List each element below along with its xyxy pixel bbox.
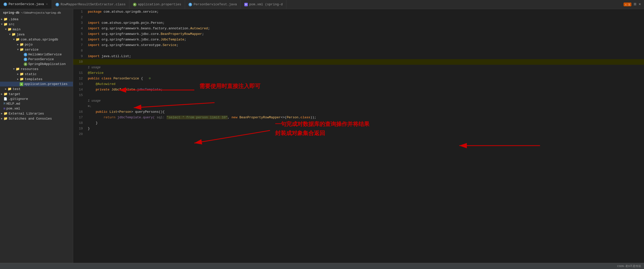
java-file-icon: C (24, 53, 27, 56)
code-table: 1 package com.atshuo.springdb.service; 2… (73, 9, 644, 137)
line-content (86, 93, 644, 98)
tree-item-label: resources (21, 67, 38, 71)
line-number: 2 (73, 15, 86, 20)
sidebar-toggle-button[interactable]: ≡ (633, 2, 636, 7)
tree-item-external-libs[interactable]: ▶ 📁 External Libraries (0, 111, 73, 116)
line-content: public class PersonService { ⊙ (86, 76, 644, 81)
line-number: 4 (73, 26, 86, 31)
line-content: } (86, 120, 644, 126)
line-number: 6 (73, 37, 86, 42)
line-number: 11 (73, 70, 86, 76)
tree-item-label: pom.xml (6, 107, 20, 110)
tree-item-label: PersonService (28, 57, 54, 61)
line-content: 1 usage (86, 65, 644, 70)
tree-item-idea[interactable]: ▶ 📁 .idea (0, 17, 73, 22)
file-icon: M (4, 102, 5, 106)
tree-item-hello-service[interactable]: ▶ C HelloWorldService (0, 52, 73, 57)
tree-arrow-icon: ▶ (0, 93, 4, 96)
tree-item-test[interactable]: ▶ 📁 test (0, 86, 73, 92)
tab-person-service[interactable]: C PersonService.java × (0, 0, 52, 9)
line-number: 3 (73, 20, 86, 26)
warning-badge: ⚠ 1 (624, 3, 632, 6)
tab-bar: C PersonService.java × C RowMapperResult… (0, 0, 644, 9)
folder-icon: 📁 (4, 92, 8, 96)
pom-file-icon: m (244, 3, 248, 6)
tree-item-target[interactable]: ▶ 📁 target (0, 92, 73, 97)
tree-item-label: target (9, 92, 20, 96)
tree-arrow-icon: ▼ (16, 48, 20, 51)
tab-person-test[interactable]: C PersonServiceTest.java (185, 0, 241, 9)
line-content: public List<Person> queryPersons(){ (86, 109, 644, 115)
tree-item-scratches[interactable]: ▶ 📁 Scratches and Consoles (0, 116, 73, 121)
tab-app-props[interactable]: a application.properties (129, 0, 185, 9)
tab-rowmapper[interactable]: C RowMapperResultSetExtractor.class (52, 0, 129, 9)
line-number: 19 (73, 126, 86, 131)
java-file-icon: C (24, 58, 27, 61)
tree-item-label: main (13, 28, 20, 31)
tree-arrow-icon: ▶ (16, 43, 20, 46)
line-content (86, 48, 644, 54)
tree-item-label: test (13, 87, 20, 91)
tree-arrow-icon: ▶ (0, 18, 4, 21)
tree-arrow-icon: ▶ (0, 112, 4, 115)
code-line-5: 5 import org.springframework.jdbc.core.B… (73, 31, 644, 37)
tree-item-com-atshuo[interactable]: ▼ 📁 com.atshuo.springdb (0, 37, 73, 42)
tree-item-label: .gitignore (8, 97, 28, 101)
code-line-7: 7 import org.springframework.stereotype.… (73, 42, 644, 48)
tree-item-label: External Libraries (9, 112, 44, 116)
app-subtitle: ~/IdeaProjects/spring-db (21, 11, 61, 14)
code-line-8: 8 (73, 48, 644, 54)
tree-item-pojo[interactable]: ▶ 📁 pojo (0, 42, 73, 47)
tree-item-main[interactable]: ▼ 📁 main (0, 27, 73, 32)
tree-item-pom-xml[interactable]: ▶ m pom.xml (0, 106, 73, 111)
code-line-2: 2 (73, 15, 644, 20)
code-line-17: 17 return jdbcTemplate.query( sql: "sele… (73, 115, 644, 120)
folder-icon: 📁 (4, 111, 8, 116)
status-bar: CSDN·老D不是传说 (0, 263, 644, 269)
tree-item-java[interactable]: ▼ 📁 java (0, 32, 73, 37)
tree-item-service[interactable]: ▼ 📁 service (0, 47, 73, 52)
tree-arrow-icon: ▼ (4, 28, 8, 31)
tree-item-static[interactable]: ▶ 📁 static (0, 72, 73, 77)
code-line-19: 19 } (73, 126, 644, 131)
editor-wrapper: 1 package com.atshuo.springdb.service; 2… (73, 9, 644, 263)
line-number (73, 104, 86, 109)
line-number: 1 (73, 9, 86, 15)
folder-icon: 📁 (20, 42, 24, 47)
close-editor-button[interactable]: × (638, 2, 641, 7)
folder-icon: 📁 (8, 87, 12, 91)
code-line-12: 12 public class PersonService { ⊙ (73, 76, 644, 81)
folder-icon: 📁 (12, 32, 16, 36)
tab-pom[interactable]: m pom.xml (spring-d (241, 0, 287, 9)
line-content (86, 131, 644, 137)
line-content: import org.springframework.jdbc.core.Bea… (86, 31, 644, 37)
tab-label: PersonService.java (9, 2, 44, 6)
code-area[interactable]: 1 package com.atshuo.springdb.service; 2… (73, 9, 644, 263)
tree-item-spring-app[interactable]: ▶ A SpringDbApplication (0, 62, 73, 66)
folder-icon: 📁 (8, 27, 12, 31)
java-file-icon: C (4, 3, 7, 6)
tree-item-label: HelloWorldService (28, 53, 62, 56)
folder-icon: 📁 (4, 17, 8, 21)
folder-icon: 📁 (20, 72, 24, 76)
tree-item-gitignore[interactable]: ▶ 📄 .gitignore (0, 97, 73, 101)
tab-label: pom.xml (spring-d (249, 3, 283, 6)
status-text: CSDN·老D不是传说 (617, 264, 641, 268)
line-content: import org.springframework.stereotype.Se… (86, 42, 644, 48)
folder-icon: 📁 (16, 37, 20, 41)
tree-item-help-md[interactable]: ▶ M HELP.md (0, 101, 73, 106)
tree-item-label: Scratches and Consoles (9, 117, 52, 121)
folder-icon: 📁 (4, 22, 8, 26)
line-number (73, 98, 86, 104)
pom-icon: m (4, 107, 5, 110)
code-line-4: 4 import org.springframework.beans.facto… (73, 26, 644, 31)
tree-item-app-props[interactable]: ▶ a application.properties (0, 82, 73, 86)
tree-item-resources[interactable]: ▼ 📁 resources (0, 66, 73, 72)
tab-close-button[interactable]: × (45, 3, 48, 6)
tree-item-templates[interactable]: ▶ 📁 templates (0, 77, 73, 82)
line-number: 15 (73, 93, 86, 98)
code-usage-hint-1: 1 usage (73, 65, 644, 70)
tree-item-person-service[interactable]: ▶ C PersonService (0, 57, 73, 62)
tree-item-src[interactable]: ▼ 📁 src (0, 22, 73, 27)
line-number: 9 (73, 54, 86, 59)
